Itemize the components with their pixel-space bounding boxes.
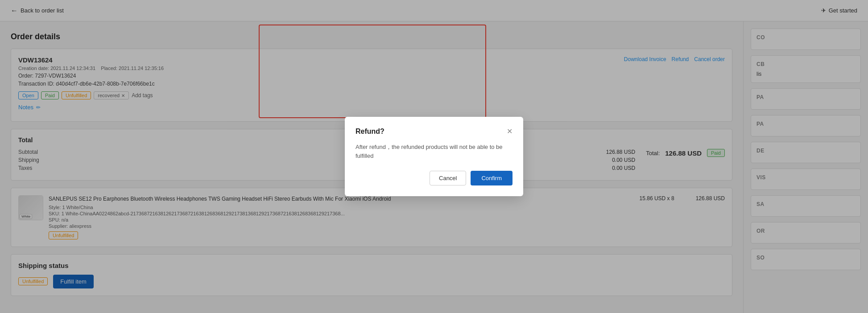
modal-close-button[interactable]: ✕ xyxy=(507,128,513,135)
modal-cancel-button[interactable]: Cancel xyxy=(430,171,466,185)
modal-confirm-button[interactable]: Confirm xyxy=(471,171,513,185)
refund-modal: Refund? ✕ After refund，the refunded prod… xyxy=(345,117,523,196)
modal-title: Refund? xyxy=(355,128,384,136)
modal-header: Refund? ✕ xyxy=(355,128,513,136)
modal-overlay: Refund? ✕ After refund，the refunded prod… xyxy=(0,0,868,313)
modal-body: After refund，the refunded products will … xyxy=(355,143,513,160)
modal-footer: Cancel Confirm xyxy=(355,171,513,185)
